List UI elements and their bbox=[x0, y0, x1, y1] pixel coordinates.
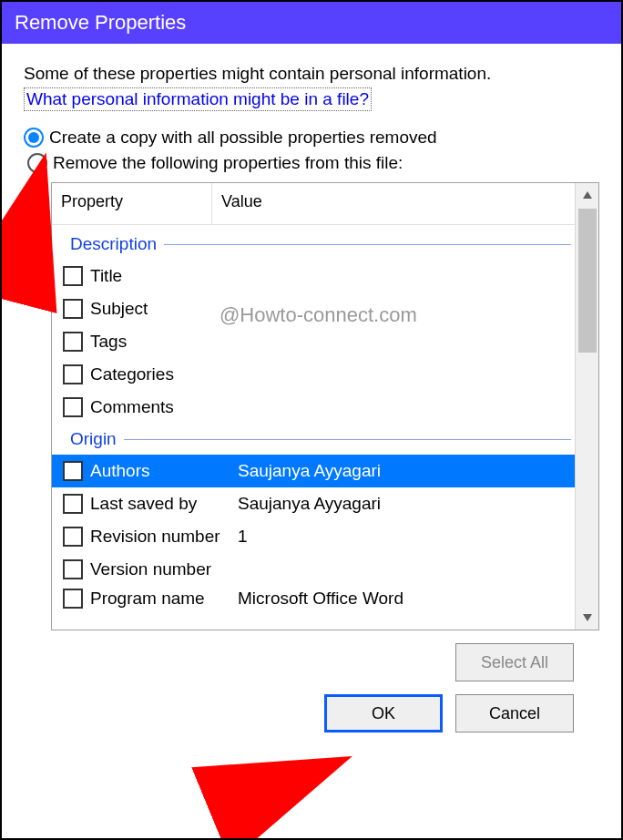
property-name: Categories bbox=[88, 364, 238, 384]
col-value[interactable]: Value bbox=[212, 183, 598, 224]
group-description: Description bbox=[52, 229, 575, 260]
divider bbox=[164, 244, 571, 245]
radio-create-copy-label: Create a copy with all possible properti… bbox=[49, 128, 437, 148]
property-name: Subject bbox=[88, 299, 238, 319]
dialog-content: Some of these properties might contain p… bbox=[2, 44, 621, 742]
scroll-thumb[interactable] bbox=[578, 209, 597, 353]
property-name: Title bbox=[88, 266, 238, 286]
window-titlebar: Remove Properties bbox=[2, 2, 621, 44]
property-value: Microsoft Office Word bbox=[238, 589, 575, 609]
cancel-button[interactable]: Cancel bbox=[455, 694, 574, 732]
checkbox[interactable] bbox=[63, 364, 83, 384]
table-row[interactable]: Version number bbox=[52, 553, 575, 586]
scroll-down-icon[interactable] bbox=[576, 606, 598, 630]
property-name: Version number bbox=[88, 559, 238, 579]
property-value: Saujanya Ayyagari bbox=[238, 461, 575, 481]
group-description-label: Description bbox=[70, 234, 157, 254]
property-value: Saujanya Ayyagari bbox=[238, 494, 575, 514]
vertical-scrollbar[interactable] bbox=[575, 183, 598, 630]
intro-text: Some of these properties might contain p… bbox=[24, 64, 599, 84]
checkbox[interactable] bbox=[63, 397, 83, 417]
property-name: Last saved by bbox=[88, 494, 238, 514]
divider bbox=[124, 439, 571, 440]
button-bar: Select All OK Cancel bbox=[24, 643, 574, 732]
property-value: 1 bbox=[238, 527, 575, 547]
info-link[interactable]: What personal information might be in a … bbox=[24, 87, 372, 111]
table-header: Property Value bbox=[52, 183, 598, 225]
annotation-arrow-icon bbox=[217, 754, 335, 823]
property-name: Comments bbox=[88, 397, 238, 417]
radio-remove-following[interactable]: Remove the following properties from thi… bbox=[27, 153, 599, 173]
window-title: Remove Properties bbox=[15, 11, 186, 34]
checkbox[interactable] bbox=[63, 332, 83, 352]
table-row[interactable]: Title bbox=[52, 260, 575, 292]
checkbox[interactable] bbox=[63, 559, 83, 579]
radio-create-copy[interactable]: Create a copy with all possible properti… bbox=[24, 128, 599, 148]
table-row[interactable]: Comments bbox=[52, 391, 575, 424]
svg-marker-1 bbox=[583, 614, 592, 621]
select-all-button[interactable]: Select All bbox=[455, 643, 574, 681]
group-origin: Origin bbox=[52, 424, 575, 455]
group-origin-label: Origin bbox=[70, 429, 117, 449]
table-row[interactable]: Program name Microsoft Office Word bbox=[52, 586, 575, 611]
checkbox[interactable] bbox=[63, 494, 83, 514]
table-row[interactable]: Tags bbox=[52, 325, 575, 358]
property-name: Tags bbox=[88, 332, 238, 352]
radio-icon bbox=[27, 153, 47, 173]
table-row[interactable]: Subject bbox=[52, 292, 575, 325]
radio-remove-following-label: Remove the following properties from thi… bbox=[53, 153, 403, 173]
col-property[interactable]: Property bbox=[52, 183, 212, 224]
scroll-up-icon[interactable] bbox=[576, 183, 598, 207]
property-name: Program name bbox=[88, 589, 238, 609]
property-name: Authors bbox=[88, 461, 238, 481]
svg-marker-0 bbox=[583, 191, 592, 199]
checkbox[interactable] bbox=[63, 461, 83, 481]
checkbox[interactable] bbox=[63, 589, 83, 609]
svg-line-5 bbox=[224, 771, 317, 809]
property-name: Revision number bbox=[88, 527, 238, 547]
checkbox[interactable] bbox=[63, 527, 83, 547]
table-row[interactable]: Revision number 1 bbox=[52, 520, 575, 553]
scroll-track[interactable] bbox=[578, 207, 597, 606]
table-row[interactable]: Authors Saujanya Ayyagari bbox=[52, 455, 575, 487]
table-body: Description Title Subject Tags Categorie bbox=[52, 225, 575, 630]
table-row[interactable]: Last saved by Saujanya Ayyagari bbox=[52, 487, 575, 520]
table-row[interactable]: Categories bbox=[52, 358, 575, 391]
checkbox[interactable] bbox=[63, 299, 83, 319]
radio-icon bbox=[24, 128, 44, 148]
properties-table: Property Value Description Title Subject… bbox=[51, 182, 599, 630]
ok-button[interactable]: OK bbox=[324, 694, 443, 732]
checkbox[interactable] bbox=[63, 266, 83, 286]
